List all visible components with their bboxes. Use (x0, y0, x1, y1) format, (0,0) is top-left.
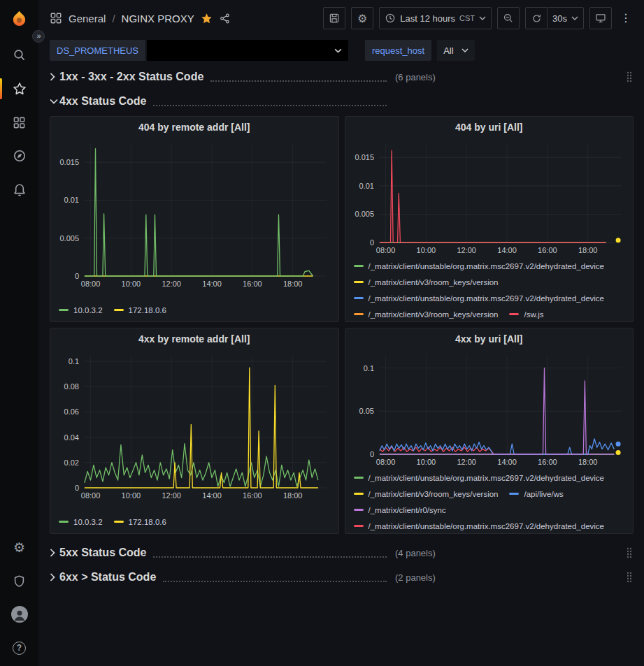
panel-title[interactable]: 4xx by remote addr [All] (55, 328, 334, 349)
refresh-button[interactable] (525, 7, 548, 29)
row-1xx-3xx-2xx-status-code[interactable]: 1xx - 3xx - 2xx Status Code (6 panels) (50, 67, 634, 87)
legend-item[interactable]: 10.0.3.2 (59, 518, 103, 526)
legend-item[interactable]: /_matrix/client/unstable/org.matrix.msc2… (354, 522, 605, 530)
timeseries-chart[interactable]: 00.0050.010.01508:0010:0012:0014:0016:00… (350, 138, 629, 256)
chevron-right-icon (50, 73, 59, 81)
legend-swatch (354, 525, 364, 527)
breadcrumb-folder[interactable]: General (69, 13, 106, 24)
row-title: 6xx > Status Code (59, 571, 156, 584)
tv-mode-button[interactable] (589, 7, 612, 29)
sidebar-item-server-admin[interactable] (0, 564, 38, 598)
breadcrumb-dashboard-title[interactable]: NGINX PROXY (122, 13, 194, 24)
legend-label: 172.18.0.6 (129, 306, 166, 314)
kebab-menu-icon[interactable]: ⋮ (617, 13, 634, 24)
share-icon[interactable] (219, 13, 231, 24)
sidebar-item-alerting[interactable] (0, 173, 38, 206)
legend-swatch (114, 309, 124, 311)
sidebar-item-starred[interactable] (0, 72, 38, 106)
legend-swatch (354, 281, 364, 283)
sidebar-item-profile[interactable] (0, 598, 38, 631)
row-4xx-status-code[interactable]: 4xx Status Code (50, 92, 634, 111)
legend-item[interactable]: /_matrix/client/v3/room_keys/version (354, 490, 499, 498)
legend-item[interactable]: /sw.js (509, 310, 543, 319)
legend-item[interactable]: /_matrix/client/r0/sync (354, 506, 446, 514)
legend-item[interactable]: /_matrix/client/unstable/org.matrix.msc2… (354, 294, 605, 303)
sidebar-item-search[interactable] (0, 38, 38, 72)
sidebar-item-help[interactable]: ? (0, 631, 38, 665)
panel-title[interactable]: 404 by uri [All] (350, 117, 629, 138)
legend-item[interactable]: /_matrix/client/unstable/org.matrix.msc2… (354, 262, 605, 270)
panel-legend: /_matrix/client/unstable/org.matrix.msc2… (350, 468, 629, 533)
svg-text:12:00: 12:00 (457, 246, 476, 254)
grafana-flame-icon (10, 10, 29, 29)
timeseries-chart[interactable]: 00.0050.010.01508:0010:0012:0014:0016:00… (55, 138, 334, 290)
zoom-out-button[interactable] (497, 7, 520, 29)
svg-text:18:00: 18:00 (578, 246, 598, 254)
help-icon: ? (13, 642, 26, 655)
svg-text:10:00: 10:00 (416, 246, 436, 254)
row-6xx-status-code[interactable]: 6xx > Status Code (2 panels) (50, 567, 634, 587)
timeseries-chart[interactable]: 00.020.040.060.080.108:0010:0012:0014:00… (55, 349, 334, 502)
svg-text:12:00: 12:00 (162, 491, 182, 500)
legend-item[interactable]: 172.18.0.6 (114, 306, 166, 314)
timeseries-chart[interactable]: 00.050.108:0010:0012:0014:0016:0018:00 (350, 349, 629, 468)
favorite-star-icon[interactable] (201, 13, 213, 24)
row-title: 4xx Status Code (59, 95, 146, 108)
apps-grid-icon[interactable] (50, 12, 62, 24)
svg-text:0: 0 (75, 484, 79, 492)
legend-item[interactable]: 172.18.0.6 (114, 518, 166, 526)
svg-text:0: 0 (370, 238, 374, 247)
svg-text:0.1: 0.1 (69, 357, 79, 365)
legend-item[interactable]: /_matrix/client/v3/room_keys/version (354, 278, 499, 287)
legend-label: /_matrix/client/unstable/org.matrix.msc2… (368, 294, 605, 303)
sidebar-item-dashboards[interactable] (0, 106, 38, 139)
row-drag-handle-icon[interactable] (627, 572, 634, 583)
save-dashboard-button[interactable] (323, 7, 345, 29)
timezone-label: CST (459, 14, 475, 22)
request-host-select[interactable]: All (437, 40, 475, 61)
legend-item[interactable]: /_matrix/client/unstable/org.matrix.msc2… (354, 474, 605, 482)
legend-item[interactable]: 10.0.3.2 (59, 306, 103, 314)
panel-legend: /_matrix/client/unstable/org.matrix.msc2… (350, 256, 629, 321)
legend-label: /sw.js (524, 310, 543, 319)
sidebar-expand-button[interactable]: » (32, 30, 45, 43)
row-leader-dots (153, 549, 387, 558)
dashboard-settings-button[interactable]: ⚙ (351, 7, 373, 29)
svg-text:0.06: 0.06 (64, 407, 79, 416)
panel-404-by-remote-addr: 404 by remote addr [All] 00.0050.010.015… (50, 116, 339, 322)
svg-text:0.01: 0.01 (64, 196, 79, 204)
svg-text:0.01: 0.01 (359, 182, 373, 190)
datasource-select[interactable] (147, 40, 348, 61)
refresh-interval-dropdown[interactable]: 30s (547, 7, 584, 29)
legend-swatch (59, 521, 69, 523)
svg-text:16:00: 16:00 (538, 458, 557, 466)
sidebar-item-explore[interactable] (0, 139, 38, 173)
chevron-down-icon (571, 16, 578, 20)
panel-legend: 10.0.3.2172.18.0.6 (55, 512, 334, 533)
var-request-host-label[interactable]: request_host (365, 40, 431, 61)
row-drag-handle-icon[interactable] (627, 71, 634, 82)
sidebar-item-configuration[interactable]: ⚙ (0, 530, 38, 564)
panel-title[interactable]: 404 by remote addr [All] (55, 117, 334, 138)
main-area: General / NGINX PROXY ⚙ (38, 0, 644, 666)
top-navigation: General / NGINX PROXY ⚙ (38, 0, 644, 36)
panel-title[interactable]: 4xx by uri [All] (350, 328, 629, 349)
row-5xx-status-code[interactable]: 5xx Status Code (4 panels) (50, 543, 634, 563)
grafana-logo[interactable] (10, 9, 29, 29)
svg-text:0.015: 0.015 (355, 153, 374, 161)
legend-label: 172.18.0.6 (129, 518, 166, 526)
panel-4xx-by-uri: 4xx by uri [All] 00.050.108:0010:0012:00… (345, 328, 634, 534)
legend-swatch (509, 313, 519, 315)
legend-swatch (354, 265, 364, 267)
svg-text:14:00: 14:00 (497, 246, 517, 254)
time-range-picker[interactable]: Last 12 hours CST (379, 7, 492, 29)
save-icon (329, 13, 340, 24)
svg-text:0.02: 0.02 (64, 458, 79, 467)
legend-item[interactable]: /_matrix/client/v3/room_keys/version (354, 310, 499, 319)
svg-text:0.04: 0.04 (64, 433, 79, 442)
var-ds-prometheus-label[interactable]: DS_PROMETHEUS (50, 40, 145, 61)
legend-label: /_matrix/client/unstable/org.matrix.msc2… (368, 474, 605, 482)
svg-text:0.05: 0.05 (359, 407, 373, 415)
legend-item[interactable]: /api/live/ws (509, 490, 563, 498)
row-drag-handle-icon[interactable] (627, 547, 634, 558)
